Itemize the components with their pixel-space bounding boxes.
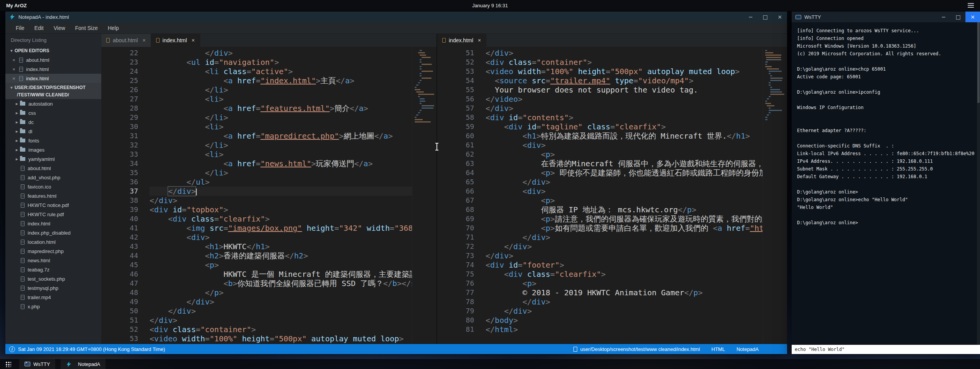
code-line[interactable]: </html> (486, 325, 763, 334)
code-line[interactable]: <img src="images/box.png" height="342" w… (150, 223, 412, 233)
code-line[interactable]: </div> (486, 48, 763, 58)
open-editor-item[interactable]: ×about.html (5, 55, 101, 65)
code-line[interactable]: </li> (150, 141, 412, 150)
taskbar-item-notepada[interactable]: NotepadA (61, 359, 105, 369)
minimize-button[interactable]: − (743, 12, 758, 22)
code-line[interactable]: </div> (486, 297, 763, 306)
code-line[interactable]: </video> (486, 94, 763, 104)
tree-file[interactable]: about.html (5, 164, 101, 173)
code-line[interactable]: <div class="container"> (150, 325, 412, 334)
tree-file[interactable]: news.html (5, 256, 101, 265)
code-line[interactable]: <h2>香港的建築伺服器</h2> (150, 251, 412, 260)
code-line[interactable]: <a href="features.html">簡介</a> (150, 104, 412, 113)
code-line[interactable]: <div id="topbox"> (150, 205, 412, 214)
close-button[interactable]: × (965, 12, 980, 22)
code-area[interactable]: </div> <ul id="navigation"> <li class="a… (150, 47, 412, 344)
wstty-titlebar[interactable]: WsTTY − □ × (792, 12, 980, 22)
code-line[interactable]: <li class="active"> (150, 67, 412, 76)
start-menu-button[interactable] (2, 359, 14, 369)
code-line[interactable]: <div> (486, 141, 763, 150)
terminal-scrollbar[interactable] (977, 22, 980, 345)
menu-item-font-size[interactable]: Font Size (70, 22, 103, 34)
tree-file[interactable]: test_sockets.php (5, 274, 101, 283)
close-icon[interactable]: × (11, 66, 17, 72)
tree-folder[interactable]: ▸yamlyamlml (5, 154, 101, 164)
code-line[interactable]: <div class="container"> (486, 58, 763, 67)
status-language[interactable]: HTML (712, 346, 725, 352)
code-line[interactable]: </div> (150, 316, 412, 325)
code-line[interactable]: Your browser does not support the video … (486, 85, 763, 94)
code-line[interactable]: </div> (150, 196, 412, 205)
tree-file[interactable]: trailer.mp4 (5, 293, 101, 302)
code-line[interactable]: </div> (486, 177, 763, 187)
status-app-name[interactable]: NotepadA (736, 346, 759, 352)
close-icon[interactable]: × (191, 37, 194, 43)
tab-index-html[interactable]: index.html× (151, 34, 200, 47)
open-editor-item[interactable]: ×index.html (5, 74, 101, 83)
close-icon[interactable]: × (142, 37, 145, 43)
code-line[interactable]: <div class="clearfix"> (486, 270, 763, 279)
close-icon[interactable]: × (11, 76, 17, 81)
hamburger-menu-icon[interactable] (968, 3, 974, 8)
terminal-output[interactable]: [info] Connecting to arozos WsTTY servic… (792, 22, 977, 345)
code-editor-right[interactable]: 5152535455565758596061626364656667686970… (437, 47, 787, 344)
code-line[interactable]: </div> (486, 104, 763, 113)
taskbar-item-wstty[interactable]: WsTTY (19, 359, 55, 369)
notepada-titlebar[interactable]: NotepadA - index.html − □ × (5, 12, 787, 22)
tree-file[interactable]: index.html (5, 219, 101, 228)
code-line[interactable]: <p>請注意，我們的伺服器為確保玩家及遊玩時的質素，我們對的服務開啟 (486, 214, 763, 223)
tab-about-html[interactable]: about.html× (101, 34, 151, 47)
menu-item-view[interactable]: View (49, 22, 70, 34)
code-line[interactable]: <p> 即使你不是建築師，你也能透過紅石師或鐵路工程師的身份加入我們 (486, 168, 763, 177)
code-editor-left[interactable]: 2223242526272829303132333435363738394041… (101, 47, 436, 344)
code-line[interactable]: </div> (150, 306, 412, 316)
code-line[interactable]: <a href="news.html">玩家傳送門</a> (150, 159, 412, 168)
code-line[interactable]: <p> (150, 260, 412, 270)
code-line[interactable]: </div> (150, 187, 412, 196)
code-line[interactable]: <p>如有問題或需要申請白名單，歡迎加入我們的 <a href="https:/… (486, 223, 763, 233)
terminal-input[interactable] (792, 345, 980, 354)
code-line[interactable]: <p> (486, 196, 763, 205)
tree-folder[interactable]: ▸css (5, 108, 101, 117)
tree-file[interactable]: x.php (5, 302, 101, 311)
tree-file[interactable]: testmysql.php (5, 283, 101, 293)
open-editor-item[interactable]: ×index.html (5, 65, 101, 74)
code-line[interactable]: © 2018 - 2019 HKWTC Animation Gamer</p> (486, 288, 763, 297)
code-line[interactable]: <li> (150, 94, 412, 104)
close-icon[interactable]: × (11, 57, 17, 63)
code-line[interactable]: </div> (486, 242, 763, 251)
code-line[interactable]: </div> (486, 306, 763, 316)
menu-item-help[interactable]: Help (103, 22, 124, 34)
tree-folder[interactable]: ▸autostation (5, 99, 101, 108)
tab-index-html[interactable]: index.html× (437, 34, 486, 47)
code-line[interactable]: </div> (486, 251, 763, 260)
code-line[interactable]: </li> (150, 113, 412, 122)
code-line[interactable]: <b>你知道我們全線伺服器已轉用 SSD 了嗎？</b></span> (150, 279, 412, 288)
tree-folder[interactable]: ▸dc (5, 117, 101, 127)
tree-file[interactable]: add_vhost.php (5, 173, 101, 182)
tree-file[interactable]: HKWTC notice.pdf (5, 200, 101, 210)
tree-file[interactable]: teabag.7z (5, 265, 101, 274)
code-line[interactable]: </li> (150, 85, 412, 94)
code-line[interactable]: <li> (150, 150, 412, 159)
code-line[interactable]: <div id="contents"> (486, 113, 763, 122)
code-line[interactable]: <a href="mapredirect.php">網上地圖</a> (150, 131, 412, 141)
code-line[interactable]: </ul> (150, 177, 412, 187)
code-line[interactable]: <p> (486, 279, 763, 288)
workspace-header[interactable]: ▾USER:/DESKTOP/SCREENSHOT/TEST/WWW CLEAN… (5, 83, 101, 99)
menu-item-edit[interactable]: Edit (30, 22, 49, 34)
tree-file[interactable]: features.html (5, 191, 101, 200)
tree-file[interactable]: index.php_disabled (5, 228, 101, 237)
close-icon[interactable]: × (478, 37, 481, 43)
menu-item-file[interactable]: File (11, 22, 30, 34)
code-line[interactable]: <div id="tagline" class="clearfix"> (486, 122, 763, 131)
code-line[interactable]: <p> (486, 150, 763, 159)
code-line[interactable]: <h1>特別為建築及鐵路而設，現代化的 Minecraft 世界.</h1> (486, 131, 763, 141)
minimap[interactable] (412, 47, 436, 344)
code-line[interactable]: </p> (150, 288, 412, 297)
code-line[interactable]: </div> (150, 297, 412, 306)
code-line[interactable]: </div> (486, 233, 763, 242)
tree-file[interactable]: favicon.ico (5, 182, 101, 191)
tree-folder[interactable]: ▸dl (5, 127, 101, 136)
maximize-button[interactable]: □ (758, 12, 772, 22)
